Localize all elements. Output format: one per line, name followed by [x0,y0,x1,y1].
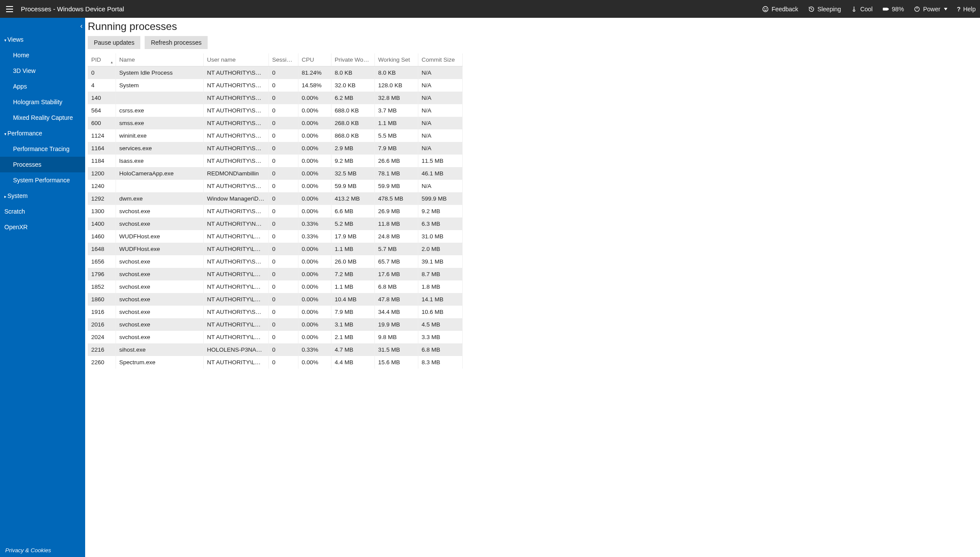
table-row[interactable]: 1240NT AUTHORITY\SYSTEM00.00%59.9 MB59.9… [88,180,462,192]
cell-cpu: 0.00% [298,192,331,205]
table-row[interactable]: 2016svchost.exeNT AUTHORITY\LOCAL …00.00… [88,318,462,331]
cell-cs: 599.9 MB [418,192,462,205]
nav-group-views[interactable]: Views [0,32,85,47]
cell-ws: 6.8 MB [374,280,418,293]
table-row[interactable]: 1460WUDFHost.exeNT AUTHORITY\LOCAL …00.3… [88,230,462,243]
cell-sid: 0 [268,356,298,369]
table-row[interactable]: 1164services.exeNT AUTHORITY\SYSTEM00.00… [88,142,462,155]
power-menu[interactable]: Power [914,6,947,13]
thermal-status[interactable]: Cool [851,6,873,13]
table-row[interactable]: 1656svchost.exeNT AUTHORITY\SYSTEM00.00%… [88,255,462,268]
nav-item-performance-tracing[interactable]: Performance Tracing [0,141,85,157]
cell-ws: 19.9 MB [374,318,418,331]
cell-name: svchost.exe [116,306,203,318]
cell-sid: 0 [268,343,298,356]
cell-user: NT AUTHORITY\NETWO… [203,218,268,230]
cell-cpu: 0.00% [298,293,331,306]
table-row[interactable]: 1860svchost.exeNT AUTHORITY\LOCAL …00.00… [88,293,462,306]
nav-item-system-performance[interactable]: System Performance [0,172,85,188]
cell-pws: 2.9 MB [331,142,374,155]
col-header-user[interactable]: User name [203,53,268,66]
nav-item-hologram-stability[interactable]: Hologram Stability [0,94,85,110]
table-row[interactable]: 1852svchost.exeNT AUTHORITY\LOCAL …00.00… [88,280,462,293]
page-title: Running processes [85,18,980,36]
battery-status[interactable]: 98% [882,6,904,13]
col-header-cs[interactable]: Commit Size [418,53,462,66]
cell-sid: 0 [268,79,298,92]
cell-pid: 1648 [88,243,116,255]
table-row[interactable]: 140NT AUTHORITY\SYSTEM00.00%6.2 MB32.8 M… [88,92,462,104]
table-row[interactable]: 1300svchost.exeNT AUTHORITY\SYSTEM00.00%… [88,205,462,218]
process-table-scroll[interactable]: PID▴ Name User name Session Id CPU Priva… [88,53,470,557]
table-row[interactable]: 1648WUDFHost.exeNT AUTHORITY\LOCAL …00.0… [88,243,462,255]
col-header-sessionid[interactable]: Session Id [268,53,298,66]
cell-name: svchost.exe [116,268,203,280]
feedback-icon [762,6,769,13]
cell-pid: 1300 [88,205,116,218]
nav-item-scratch[interactable]: Scratch [0,204,85,219]
cell-cpu: 0.00% [298,104,331,117]
cell-user: NT AUTHORITY\SYSTEM [203,66,268,79]
privacy-link[interactable]: Privacy & Cookies [0,544,85,557]
table-row[interactable]: 1124wininit.exeNT AUTHORITY\SYSTEM00.00%… [88,129,462,142]
sleeping-status[interactable]: Sleeping [808,6,841,13]
table-row[interactable]: 1400svchost.exeNT AUTHORITY\NETWO…00.33%… [88,218,462,230]
table-row[interactable]: 0System Idle ProcessNT AUTHORITY\SYSTEM0… [88,66,462,79]
cell-pid: 2260 [88,356,116,369]
col-header-ws[interactable]: Working Set [374,53,418,66]
cell-ws: 15.6 MB [374,356,418,369]
nav-item-apps[interactable]: Apps [0,79,85,94]
cell-ws: 478.5 MB [374,192,418,205]
cell-cpu: 0.00% [298,180,331,192]
table-row[interactable]: 2024svchost.exeNT AUTHORITY\LOCAL …00.00… [88,331,462,343]
table-row[interactable]: 1200HoloCameraApp.exeREDMOND\ambillin00.… [88,167,462,180]
nav-item-3d-view[interactable]: 3D View [0,63,85,79]
nav-item-mixed-reality-capture[interactable]: Mixed Reality Capture [0,110,85,125]
table-row[interactable]: 1184lsass.exeNT AUTHORITY\SYSTEM00.00%9.… [88,155,462,167]
table-row[interactable]: 1916svchost.exeNT AUTHORITY\SYSTEM00.00%… [88,306,462,318]
table-row[interactable]: 1292dwm.exeWindow Manager\DWM…00.00%413.… [88,192,462,205]
nav-group-performance[interactable]: Performance [0,125,85,141]
table-row[interactable]: 4SystemNT AUTHORITY\SYSTEM014.58%32.0 KB… [88,79,462,92]
cell-user: HOLOLENS-P3NAQ6\De… [203,343,268,356]
cell-cs: N/A [418,66,462,79]
pause-updates-button[interactable]: Pause updates [88,36,140,49]
help-button[interactable]: ? Help [957,6,976,13]
cell-cs: N/A [418,92,462,104]
cell-cpu: 0.00% [298,142,331,155]
svg-point-2 [766,8,767,9]
hamburger-menu-icon[interactable] [4,4,15,14]
nav-item-home[interactable]: Home [0,47,85,63]
cell-sid: 0 [268,104,298,117]
nav-item-openxr[interactable]: OpenXR [0,219,85,235]
cell-cs: 10.6 MB [418,306,462,318]
col-header-pid[interactable]: PID▴ [88,53,116,66]
cell-pid: 1860 [88,293,116,306]
cell-cpu: 0.00% [298,243,331,255]
col-header-cpu[interactable]: CPU [298,53,331,66]
cell-pid: 1164 [88,142,116,155]
nav-group-system[interactable]: System [0,188,85,204]
cell-cs: 14.1 MB [418,293,462,306]
nav-item-processes[interactable]: Processes [0,157,85,172]
table-row[interactable]: 564csrss.exeNT AUTHORITY\SYSTEM00.00%688… [88,104,462,117]
cell-ws: 65.7 MB [374,255,418,268]
col-header-name[interactable]: Name [116,53,203,66]
cell-user: NT AUTHORITY\LOCAL … [203,293,268,306]
cell-user: NT AUTHORITY\LOCAL … [203,268,268,280]
feedback-button[interactable]: Feedback [762,6,798,13]
cell-pid: 1184 [88,155,116,167]
table-row[interactable]: 2216sihost.exeHOLOLENS-P3NAQ6\De…00.33%4… [88,343,462,356]
cell-ws: 3.7 MB [374,104,418,117]
refresh-processes-button[interactable]: Refresh processes [145,36,208,49]
cell-sid: 0 [268,268,298,280]
cell-ws: 5.7 MB [374,243,418,255]
table-row[interactable]: 1796svchost.exeNT AUTHORITY\LOCAL …00.00… [88,268,462,280]
cell-sid: 0 [268,306,298,318]
col-header-pws[interactable]: Private Working Set [331,53,374,66]
table-row[interactable]: 2260Spectrum.exeNT AUTHORITY\LOCAL …00.0… [88,356,462,369]
power-label: Power [923,6,940,13]
sidebar-collapse-icon[interactable]: ‹ [80,22,83,30]
table-row[interactable]: 600smss.exeNT AUTHORITY\SYSTEM00.00%268.… [88,117,462,129]
cell-cs: 1.8 MB [418,280,462,293]
